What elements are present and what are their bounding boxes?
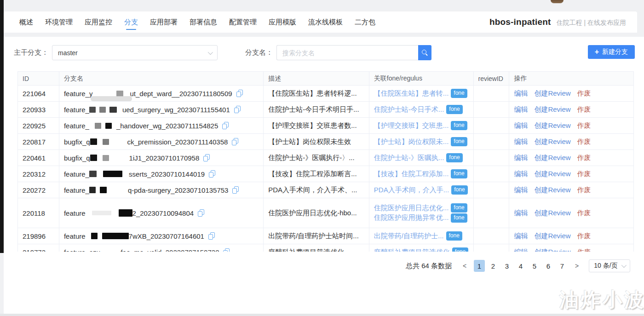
- fone-links-cell: 出院带药/自理药护士...fone: [369, 228, 474, 244]
- create-review-link[interactable]: 创建Review: [534, 121, 570, 130]
- create-review-link[interactable]: 创建Review: [534, 154, 570, 162]
- tab-应用监控[interactable]: 应用监控: [85, 11, 112, 33]
- fone-link[interactable]: 【护士站】岗位权限未...: [374, 138, 449, 146]
- page-number-3[interactable]: 3: [501, 260, 512, 272]
- fone-tag[interactable]: fone: [451, 169, 467, 178]
- fone-link[interactable]: 住院医护应用日志优化...: [374, 204, 449, 213]
- discard-link[interactable]: 作废: [577, 89, 591, 98]
- copy-icon[interactable]: [234, 106, 241, 113]
- fone-link[interactable]: 住院护士站-》医嘱执...: [374, 154, 444, 162]
- tab-二方包[interactable]: 二方包: [355, 11, 375, 33]
- tab-配置管理[interactable]: 配置管理: [229, 11, 257, 33]
- create-review-link[interactable]: 创建Review: [534, 105, 570, 114]
- search-input[interactable]: [276, 45, 418, 60]
- copy-icon[interactable]: [236, 90, 243, 97]
- edit-link[interactable]: 编辑: [514, 89, 528, 98]
- redaction-block: [89, 107, 96, 113]
- copy-icon[interactable]: [198, 209, 204, 217]
- fone-link[interactable]: 住院护士站-今日手术...: [374, 105, 444, 114]
- fone-link[interactable]: 住院医护应用抛异常优...: [374, 213, 449, 222]
- fone-link[interactable]: 【住院医生站】患者转...: [374, 89, 449, 98]
- edit-link[interactable]: 编辑: [514, 105, 528, 114]
- create-review-link[interactable]: 创建Review: [534, 209, 570, 218]
- branch-description: 住院护士站-今日手术明日手...: [264, 102, 369, 118]
- copy-icon[interactable]: [232, 186, 239, 194]
- tab-部署信息[interactable]: 部署信息: [190, 11, 217, 33]
- fone-tag[interactable]: fone: [451, 203, 467, 213]
- fone-tag[interactable]: fone: [446, 153, 462, 162]
- fone-tag[interactable]: fone: [451, 137, 467, 146]
- edit-link[interactable]: 编辑: [514, 186, 528, 195]
- tab-概述[interactable]: 概述: [19, 11, 33, 33]
- discard-link[interactable]: 作废: [577, 138, 591, 146]
- edit-link[interactable]: 编辑: [514, 154, 528, 162]
- fone-link-line: 麻醉科补费项目筛选优化fone: [374, 247, 468, 252]
- copy-icon[interactable]: [222, 122, 229, 129]
- page-number-7[interactable]: 7: [557, 260, 568, 272]
- discard-link[interactable]: 作废: [577, 186, 591, 195]
- copy-icon[interactable]: [208, 232, 215, 240]
- page-number-6[interactable]: 6: [543, 260, 554, 272]
- branch-description: 【住院医生站】患者转科逻...: [264, 86, 369, 102]
- tab-分支[interactable]: 分支: [124, 11, 138, 33]
- page-number-1[interactable]: 1: [474, 260, 485, 272]
- fone-tag[interactable]: fone: [451, 213, 467, 223]
- copy-icon[interactable]: [203, 154, 210, 161]
- edit-link[interactable]: 编辑: [514, 248, 528, 252]
- edit-link[interactable]: 编辑: [514, 121, 528, 130]
- branch-table: ID 分支名 描述 关联fone/regulus reviewID 操作 221…: [17, 71, 634, 252]
- discard-link[interactable]: 作废: [577, 154, 591, 162]
- table-row: 220817bugfix_qck_premission_202307111403…: [18, 134, 633, 150]
- content-card: 主干分支： master 分支名： + 新建分支 ID 分支名 描述 关联fon…: [4, 37, 644, 314]
- fone-link[interactable]: 麻醉科补费项目筛选优化: [374, 248, 450, 252]
- actions-cell: 编辑创建Review作废: [509, 86, 633, 102]
- fone-link-line: 住院医护应用抛异常优...fone: [374, 213, 467, 223]
- edit-link[interactable]: 编辑: [514, 138, 528, 146]
- copy-icon[interactable]: [209, 170, 215, 178]
- discard-link[interactable]: 作废: [577, 105, 591, 114]
- fone-link[interactable]: 【技改】住院工程添加...: [374, 170, 449, 178]
- fone-tag[interactable]: fone: [451, 89, 467, 98]
- fone-tag[interactable]: fone: [451, 121, 467, 130]
- create-review-link[interactable]: 创建Review: [534, 138, 570, 146]
- discard-link[interactable]: 作废: [577, 248, 591, 252]
- tab-流水线模板[interactable]: 流水线模板: [308, 11, 343, 33]
- next-page-button[interactable]: >: [572, 260, 582, 272]
- branch-name-cell: feature_ued_surgery_wg_20230711155401: [59, 102, 264, 118]
- fone-link[interactable]: 【护理交接班】交班患...: [374, 121, 449, 130]
- page-number-4[interactable]: 4: [515, 260, 526, 272]
- fone-tag[interactable]: fone: [451, 185, 467, 195]
- tab-环境管理[interactable]: 环境管理: [45, 11, 73, 33]
- copy-icon[interactable]: [232, 138, 238, 145]
- edit-link[interactable]: 编辑: [514, 232, 528, 241]
- page-number-2[interactable]: 2: [488, 260, 499, 272]
- page-number-5[interactable]: 5: [529, 260, 540, 272]
- prev-page-button[interactable]: <: [460, 260, 470, 272]
- copy-icon[interactable]: [223, 248, 230, 252]
- fone-link[interactable]: PDA入手术间，介入手...: [374, 186, 449, 195]
- create-review-link[interactable]: 创建Review: [534, 232, 570, 241]
- discard-link[interactable]: 作废: [577, 232, 591, 241]
- tab-应用模版[interactable]: 应用模版: [269, 11, 296, 33]
- fone-tag[interactable]: fone: [452, 247, 468, 252]
- fone-tag[interactable]: fone: [446, 231, 462, 241]
- avatar[interactable]: [551, 0, 564, 3]
- create-review-link[interactable]: 创建Review: [534, 248, 570, 252]
- fone-link[interactable]: 出院带药/自理药护士...: [374, 232, 444, 241]
- discard-link[interactable]: 作废: [577, 209, 591, 218]
- create-review-link[interactable]: 创建Review: [534, 170, 570, 178]
- trunk-branch-select[interactable]: master: [52, 45, 218, 60]
- tab-应用部署[interactable]: 应用部署: [150, 11, 178, 33]
- edit-link[interactable]: 编辑: [514, 170, 528, 178]
- page-size-select[interactable]: 10 条/页: [589, 259, 630, 272]
- new-branch-button[interactable]: + 新建分支: [588, 45, 635, 59]
- discard-link[interactable]: 作废: [577, 121, 591, 130]
- column-header-review: reviewID: [474, 72, 510, 86]
- fone-tag[interactable]: fone: [446, 105, 462, 114]
- create-review-link[interactable]: 创建Review: [534, 186, 570, 195]
- search-button[interactable]: [418, 45, 431, 60]
- create-review-link[interactable]: 创建Review: [534, 89, 570, 98]
- discard-link[interactable]: 作废: [577, 170, 591, 178]
- review-id-cell: [474, 166, 510, 182]
- edit-link[interactable]: 编辑: [514, 209, 528, 218]
